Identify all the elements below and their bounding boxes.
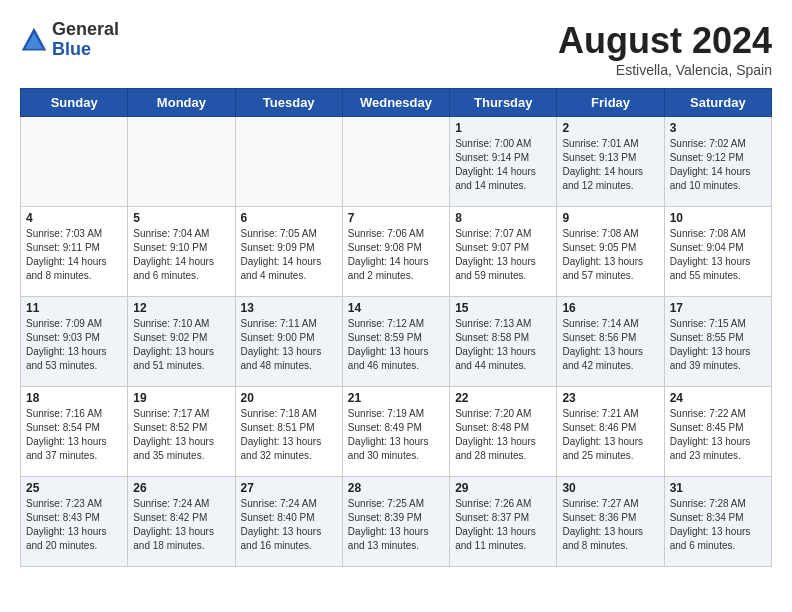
calendar-cell: 12Sunrise: 7:10 AM Sunset: 9:02 PM Dayli… xyxy=(128,297,235,387)
calendar-week-1: 1Sunrise: 7:00 AM Sunset: 9:14 PM Daylig… xyxy=(21,117,772,207)
location-subtitle: Estivella, Valencia, Spain xyxy=(558,62,772,78)
day-info: Sunrise: 7:24 AM Sunset: 8:40 PM Dayligh… xyxy=(241,497,337,553)
day-number: 2 xyxy=(562,121,658,135)
calendar-cell: 13Sunrise: 7:11 AM Sunset: 9:00 PM Dayli… xyxy=(235,297,342,387)
calendar-cell: 29Sunrise: 7:26 AM Sunset: 8:37 PM Dayli… xyxy=(450,477,557,567)
day-number: 30 xyxy=(562,481,658,495)
day-number: 26 xyxy=(133,481,229,495)
day-header-sunday: Sunday xyxy=(21,89,128,117)
day-info: Sunrise: 7:24 AM Sunset: 8:42 PM Dayligh… xyxy=(133,497,229,553)
calendar-cell xyxy=(342,117,449,207)
title-area: August 2024 Estivella, Valencia, Spain xyxy=(558,20,772,78)
day-header-friday: Friday xyxy=(557,89,664,117)
day-number: 29 xyxy=(455,481,551,495)
day-number: 19 xyxy=(133,391,229,405)
logo-blue-text: Blue xyxy=(52,39,91,59)
day-info: Sunrise: 7:18 AM Sunset: 8:51 PM Dayligh… xyxy=(241,407,337,463)
day-number: 28 xyxy=(348,481,444,495)
calendar-cell: 18Sunrise: 7:16 AM Sunset: 8:54 PM Dayli… xyxy=(21,387,128,477)
day-info: Sunrise: 7:28 AM Sunset: 8:34 PM Dayligh… xyxy=(670,497,766,553)
day-number: 24 xyxy=(670,391,766,405)
calendar-week-5: 25Sunrise: 7:23 AM Sunset: 8:43 PM Dayli… xyxy=(21,477,772,567)
day-number: 1 xyxy=(455,121,551,135)
calendar-cell: 28Sunrise: 7:25 AM Sunset: 8:39 PM Dayli… xyxy=(342,477,449,567)
calendar-cell xyxy=(21,117,128,207)
day-number: 23 xyxy=(562,391,658,405)
calendar-cell: 14Sunrise: 7:12 AM Sunset: 8:59 PM Dayli… xyxy=(342,297,449,387)
day-header-saturday: Saturday xyxy=(664,89,771,117)
day-number: 8 xyxy=(455,211,551,225)
calendar-cell: 21Sunrise: 7:19 AM Sunset: 8:49 PM Dayli… xyxy=(342,387,449,477)
day-number: 10 xyxy=(670,211,766,225)
calendar-cell xyxy=(235,117,342,207)
calendar-cell: 20Sunrise: 7:18 AM Sunset: 8:51 PM Dayli… xyxy=(235,387,342,477)
day-number: 21 xyxy=(348,391,444,405)
calendar-cell: 31Sunrise: 7:28 AM Sunset: 8:34 PM Dayli… xyxy=(664,477,771,567)
calendar-cell: 8Sunrise: 7:07 AM Sunset: 9:07 PM Daylig… xyxy=(450,207,557,297)
day-info: Sunrise: 7:13 AM Sunset: 8:58 PM Dayligh… xyxy=(455,317,551,373)
day-info: Sunrise: 7:06 AM Sunset: 9:08 PM Dayligh… xyxy=(348,227,444,283)
day-info: Sunrise: 7:08 AM Sunset: 9:04 PM Dayligh… xyxy=(670,227,766,283)
calendar-cell: 1Sunrise: 7:00 AM Sunset: 9:14 PM Daylig… xyxy=(450,117,557,207)
day-info: Sunrise: 7:09 AM Sunset: 9:03 PM Dayligh… xyxy=(26,317,122,373)
day-info: Sunrise: 7:22 AM Sunset: 8:45 PM Dayligh… xyxy=(670,407,766,463)
calendar-cell: 26Sunrise: 7:24 AM Sunset: 8:42 PM Dayli… xyxy=(128,477,235,567)
page-header: General Blue August 2024 Estivella, Vale… xyxy=(20,20,772,78)
day-number: 6 xyxy=(241,211,337,225)
calendar-cell: 24Sunrise: 7:22 AM Sunset: 8:45 PM Dayli… xyxy=(664,387,771,477)
logo-general: General xyxy=(52,19,119,39)
day-number: 5 xyxy=(133,211,229,225)
day-number: 16 xyxy=(562,301,658,315)
day-number: 11 xyxy=(26,301,122,315)
day-info: Sunrise: 7:19 AM Sunset: 8:49 PM Dayligh… xyxy=(348,407,444,463)
day-info: Sunrise: 7:02 AM Sunset: 9:12 PM Dayligh… xyxy=(670,137,766,193)
day-info: Sunrise: 7:27 AM Sunset: 8:36 PM Dayligh… xyxy=(562,497,658,553)
day-info: Sunrise: 7:04 AM Sunset: 9:10 PM Dayligh… xyxy=(133,227,229,283)
calendar-cell: 10Sunrise: 7:08 AM Sunset: 9:04 PM Dayli… xyxy=(664,207,771,297)
calendar-cell: 2Sunrise: 7:01 AM Sunset: 9:13 PM Daylig… xyxy=(557,117,664,207)
calendar-cell: 16Sunrise: 7:14 AM Sunset: 8:56 PM Dayli… xyxy=(557,297,664,387)
day-info: Sunrise: 7:00 AM Sunset: 9:14 PM Dayligh… xyxy=(455,137,551,193)
calendar-cell: 17Sunrise: 7:15 AM Sunset: 8:55 PM Dayli… xyxy=(664,297,771,387)
calendar-cell: 9Sunrise: 7:08 AM Sunset: 9:05 PM Daylig… xyxy=(557,207,664,297)
calendar-cell: 23Sunrise: 7:21 AM Sunset: 8:46 PM Dayli… xyxy=(557,387,664,477)
day-number: 13 xyxy=(241,301,337,315)
calendar-cell: 27Sunrise: 7:24 AM Sunset: 8:40 PM Dayli… xyxy=(235,477,342,567)
calendar-cell: 30Sunrise: 7:27 AM Sunset: 8:36 PM Dayli… xyxy=(557,477,664,567)
day-number: 12 xyxy=(133,301,229,315)
day-info: Sunrise: 7:21 AM Sunset: 8:46 PM Dayligh… xyxy=(562,407,658,463)
day-number: 3 xyxy=(670,121,766,135)
day-number: 14 xyxy=(348,301,444,315)
calendar-week-3: 11Sunrise: 7:09 AM Sunset: 9:03 PM Dayli… xyxy=(21,297,772,387)
calendar-body: 1Sunrise: 7:00 AM Sunset: 9:14 PM Daylig… xyxy=(21,117,772,567)
day-info: Sunrise: 7:23 AM Sunset: 8:43 PM Dayligh… xyxy=(26,497,122,553)
calendar-cell: 7Sunrise: 7:06 AM Sunset: 9:08 PM Daylig… xyxy=(342,207,449,297)
day-info: Sunrise: 7:16 AM Sunset: 8:54 PM Dayligh… xyxy=(26,407,122,463)
calendar-header: SundayMondayTuesdayWednesdayThursdayFrid… xyxy=(21,89,772,117)
days-of-week-row: SundayMondayTuesdayWednesdayThursdayFrid… xyxy=(21,89,772,117)
day-info: Sunrise: 7:14 AM Sunset: 8:56 PM Dayligh… xyxy=(562,317,658,373)
day-info: Sunrise: 7:17 AM Sunset: 8:52 PM Dayligh… xyxy=(133,407,229,463)
calendar-week-2: 4Sunrise: 7:03 AM Sunset: 9:11 PM Daylig… xyxy=(21,207,772,297)
day-info: Sunrise: 7:01 AM Sunset: 9:13 PM Dayligh… xyxy=(562,137,658,193)
day-number: 20 xyxy=(241,391,337,405)
day-info: Sunrise: 7:26 AM Sunset: 8:37 PM Dayligh… xyxy=(455,497,551,553)
day-number: 4 xyxy=(26,211,122,225)
day-number: 9 xyxy=(562,211,658,225)
calendar-cell: 4Sunrise: 7:03 AM Sunset: 9:11 PM Daylig… xyxy=(21,207,128,297)
day-info: Sunrise: 7:20 AM Sunset: 8:48 PM Dayligh… xyxy=(455,407,551,463)
day-number: 17 xyxy=(670,301,766,315)
day-info: Sunrise: 7:08 AM Sunset: 9:05 PM Dayligh… xyxy=(562,227,658,283)
logo: General Blue xyxy=(20,20,119,60)
day-number: 22 xyxy=(455,391,551,405)
day-info: Sunrise: 7:12 AM Sunset: 8:59 PM Dayligh… xyxy=(348,317,444,373)
day-number: 15 xyxy=(455,301,551,315)
logo-text: General Blue xyxy=(52,20,119,60)
calendar-cell: 6Sunrise: 7:05 AM Sunset: 9:09 PM Daylig… xyxy=(235,207,342,297)
calendar-cell: 25Sunrise: 7:23 AM Sunset: 8:43 PM Dayli… xyxy=(21,477,128,567)
day-info: Sunrise: 7:05 AM Sunset: 9:09 PM Dayligh… xyxy=(241,227,337,283)
day-info: Sunrise: 7:11 AM Sunset: 9:00 PM Dayligh… xyxy=(241,317,337,373)
day-info: Sunrise: 7:15 AM Sunset: 8:55 PM Dayligh… xyxy=(670,317,766,373)
day-info: Sunrise: 7:25 AM Sunset: 8:39 PM Dayligh… xyxy=(348,497,444,553)
calendar-cell: 3Sunrise: 7:02 AM Sunset: 9:12 PM Daylig… xyxy=(664,117,771,207)
